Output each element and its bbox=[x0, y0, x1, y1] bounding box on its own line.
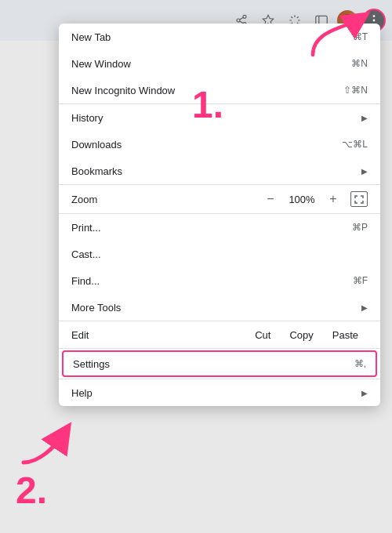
fullscreen-button[interactable] bbox=[350, 191, 368, 207]
submenu-arrow-bookmarks: ▶ bbox=[361, 167, 368, 176]
paste-button[interactable]: Paste bbox=[323, 325, 368, 346]
step-1-label: 1. bbox=[192, 86, 223, 124]
menu-section-help: Help ▶ bbox=[59, 379, 380, 406]
zoom-controls: − 100% + bbox=[261, 190, 368, 208]
menu-section-settings: Settings ⌘, bbox=[59, 350, 380, 379]
submenu-arrow-help: ▶ bbox=[361, 389, 368, 397]
menu-item-downloads[interactable]: Downloads ⌥⌘L bbox=[59, 131, 380, 158]
arrow-to-menu bbox=[306, 6, 376, 61]
submenu-arrow-history: ▶ bbox=[361, 114, 368, 122]
cut-button[interactable]: Cut bbox=[245, 325, 280, 346]
zoom-plus-button[interactable]: + bbox=[324, 190, 343, 208]
menu-section-edit: Edit Cut Copy Paste bbox=[59, 321, 380, 349]
menu-item-more-tools[interactable]: More Tools ▶ bbox=[59, 294, 380, 321]
zoom-minus-button[interactable]: − bbox=[261, 190, 280, 208]
menu-item-help[interactable]: Help ▶ bbox=[59, 379, 380, 406]
menu-item-print[interactable]: Print... ⌘P bbox=[59, 214, 380, 241]
edit-row: Edit Cut Copy Paste bbox=[59, 321, 380, 348]
step-2-label: 2. bbox=[16, 472, 47, 509]
zoom-value: 100% bbox=[288, 194, 316, 205]
edit-label: Edit bbox=[71, 329, 245, 341]
dropdown-menu: New Tab ⌘T New Window ⌘N New Incognito W… bbox=[59, 24, 380, 406]
zoom-row: Zoom − 100% + bbox=[59, 185, 380, 213]
menu-item-settings[interactable]: Settings ⌘, bbox=[62, 350, 377, 377]
menu-item-cast[interactable]: Cast... bbox=[59, 241, 380, 267]
menu-item-find[interactable]: Find... ⌘F bbox=[59, 267, 380, 294]
copy-button[interactable]: Copy bbox=[280, 325, 322, 346]
menu-section-zoom: Zoom − 100% + bbox=[59, 185, 380, 214]
menu-item-bookmarks[interactable]: Bookmarks ▶ bbox=[59, 158, 380, 184]
submenu-arrow-more-tools: ▶ bbox=[361, 303, 368, 312]
arrow-to-settings bbox=[0, 392, 94, 470]
menu-section-print: Print... ⌘P Cast... Find... ⌘F More Tool… bbox=[59, 214, 380, 321]
